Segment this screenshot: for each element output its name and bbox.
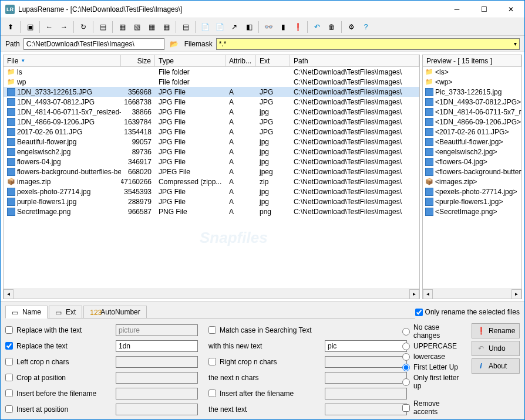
next-n-input[interactable]: [325, 372, 407, 384]
settings-icon[interactable]: ⚙: [345, 21, 358, 33]
left-crop-checkbox[interactable]: Left crop n chars: [5, 358, 111, 366]
preview-item[interactable]: <SecretImage.png>: [423, 206, 521, 216]
preview-item[interactable]: <purple-flowers1.jpg>: [423, 197, 521, 206]
insert-at-checkbox[interactable]: Insert at position: [5, 405, 111, 414]
rename-button[interactable]: ❗Rename: [472, 323, 520, 338]
table-row[interactable]: SecretImage.png966587PNG FileApngC:\NetD…: [4, 206, 419, 216]
refresh-icon[interactable]: ↻: [77, 21, 90, 33]
preview-hscrollbar[interactable]: ◄ ►: [423, 289, 521, 299]
filemask-select[interactable]: *.*: [216, 38, 520, 50]
minimize-button[interactable]: ─: [443, 1, 470, 18]
col-type[interactable]: Type: [155, 55, 226, 66]
right-crop-checkbox[interactable]: Right crop n chars: [208, 358, 320, 366]
maximize-button[interactable]: ☐: [470, 1, 497, 18]
table-row[interactable]: wpFile folderC:\NetDownload\TestFiles\Im…: [4, 77, 419, 87]
tab-ext[interactable]: ▭Ext: [49, 306, 82, 318]
preview-item[interactable]: <Beautiful-flower.jpg>: [423, 137, 521, 147]
path-input[interactable]: [23, 38, 164, 50]
table-row[interactable]: pexels-photo-27714.jpg3545393JPG FileAjp…: [4, 187, 419, 197]
tab-autonumber[interactable]: 123AutoNumber: [83, 306, 146, 318]
col-file[interactable]: File▼: [4, 55, 121, 66]
preview-item[interactable]: <flowers-04.jpg>: [423, 157, 521, 167]
table-row[interactable]: flowers-background-butterflies-beau...66…: [4, 167, 419, 177]
insert-before-checkbox[interactable]: Insert before the filename: [5, 389, 111, 398]
preview-item[interactable]: <ls>: [423, 67, 521, 77]
close-button[interactable]: ✕: [497, 1, 524, 18]
preview-header[interactable]: Preview - [ 15 items ]: [423, 55, 521, 67]
col-attrib[interactable]: Attrib...: [226, 55, 256, 66]
table-row[interactable]: 1DN_4814-06-0711-5x7_resized-1.j...38866…: [4, 107, 419, 117]
col-path[interactable]: Path: [290, 55, 419, 66]
select-all-icon[interactable]: ▦: [116, 21, 129, 33]
glasses-icon[interactable]: 👓: [262, 21, 275, 33]
insert-at-input[interactable]: [116, 404, 198, 415]
doc1-icon[interactable]: 📄: [198, 21, 211, 33]
replace-with-checkbox[interactable]: Replace with the text: [5, 326, 111, 334]
table-row[interactable]: 2017-02-26 011.JPG1354418JPG FileAJPGC:\…: [4, 127, 419, 137]
tool-icon[interactable]: ▤: [96, 21, 109, 33]
lowercase-radio[interactable]: lowercase: [402, 353, 465, 361]
next-text-input[interactable]: [325, 404, 407, 415]
only-selected-checkbox[interactable]: Only rename the selected files: [415, 308, 520, 316]
scroll-left-icon[interactable]: ◄: [4, 289, 14, 299]
preview-item[interactable]: Pic_3733-122615.jpg: [423, 87, 521, 97]
crop-at-input[interactable]: [116, 372, 198, 384]
help-icon[interactable]: ?: [359, 21, 372, 33]
grid1-icon[interactable]: ▦: [145, 21, 158, 33]
hscrollbar[interactable]: ◄ ►: [4, 289, 419, 299]
insert-after-input[interactable]: [325, 388, 407, 399]
table-row[interactable]: purple-flowers1.jpg288979JPG FileAjpgC:\…: [4, 197, 419, 206]
right-crop-input[interactable]: [325, 356, 407, 368]
preview-item[interactable]: <1DN_4814-06-0711-5x7_resized-1.: [423, 107, 521, 117]
preview-item[interactable]: <1DN_4866-09-1206.JPG>: [423, 117, 521, 127]
match-case-checkbox[interactable]: Match case in Searching Text: [208, 326, 320, 334]
select-none-icon[interactable]: ▧: [130, 21, 143, 33]
preview-item[interactable]: <1DN_4493-07-0812.JPG>: [423, 97, 521, 107]
with-new-input[interactable]: [325, 340, 407, 352]
only-first-radio[interactable]: Only first letter up: [402, 374, 465, 390]
insert-after-checkbox[interactable]: Insert after the filename: [208, 389, 320, 398]
replace-the-checkbox[interactable]: Replace the text: [5, 342, 111, 350]
forward-icon[interactable]: →: [58, 21, 70, 33]
export-icon[interactable]: ↗: [228, 21, 241, 33]
back-icon[interactable]: ←: [43, 21, 56, 33]
props-icon[interactable]: ▤: [179, 21, 192, 33]
window-icon[interactable]: ▣: [23, 21, 36, 33]
left-crop-input[interactable]: [116, 356, 198, 368]
scroll-right-icon[interactable]: ►: [409, 289, 419, 299]
crop-at-checkbox[interactable]: Crop at position: [5, 374, 111, 382]
col-size[interactable]: Size: [121, 55, 155, 66]
grid2-icon[interactable]: ▦: [160, 21, 173, 33]
preview-scroll-right-icon[interactable]: ►: [511, 289, 521, 299]
preview-item[interactable]: <pexels-photo-27714.jpg>: [423, 187, 521, 197]
preview-item[interactable]: <flowers-background-butterflies-bea.: [423, 167, 521, 177]
up-icon[interactable]: ⬆: [4, 21, 17, 33]
undo-icon[interactable]: ↶: [311, 21, 324, 33]
insert-before-input[interactable]: [116, 388, 198, 399]
replace-the-input[interactable]: [116, 340, 198, 352]
first-letter-up-radio[interactable]: First Letter Up: [402, 363, 465, 371]
uppercase-radio[interactable]: UPPERCASE: [402, 342, 465, 350]
doc2-icon[interactable]: 📄: [213, 21, 226, 33]
preview-item[interactable]: <engelswisch2.jpg>: [423, 147, 521, 157]
tab-name[interactable]: ▭Name: [5, 306, 48, 319]
table-row[interactable]: Beautiful-flower.jpg99057JPG FileAjpgC:\…: [4, 137, 419, 147]
table-row[interactable]: 1DN_4493-07-0812.JPG1668738JPG FileAJPGC…: [4, 97, 419, 107]
browse-folder-icon[interactable]: 📂: [168, 38, 181, 50]
remove-accents-checkbox[interactable]: Remove accents: [402, 399, 465, 416]
about-button[interactable]: iAbout: [472, 358, 520, 374]
col-ext[interactable]: Ext: [256, 55, 290, 66]
table-row[interactable]: 1DN_4866-09-1206.JPG1639784JPG FileAJPGC…: [4, 117, 419, 127]
color-icon[interactable]: ◧: [243, 21, 255, 33]
table-row[interactable]: images.zip47160266Compressed (zipp...Azi…: [4, 177, 419, 187]
delete-icon[interactable]: 🗑: [325, 21, 338, 33]
preview-item[interactable]: <images.zip>: [423, 177, 521, 187]
preview-item[interactable]: <2017-02-26 011.JPG>: [423, 127, 521, 137]
no-case-radio[interactable]: No case changes: [402, 323, 465, 340]
table-row[interactable]: lsFile folderC:\NetDownload\TestFiles\Im…: [4, 67, 419, 77]
exclaim-icon[interactable]: ❗: [291, 21, 304, 33]
undo-button[interactable]: ↶Undo: [472, 341, 520, 356]
table-row[interactable]: engelswisch2.jpg89736JPG FileAjpgC:\NetD…: [4, 147, 419, 157]
table-row[interactable]: flowers-04.jpg346917JPG FileAjpgC:\NetDo…: [4, 157, 419, 167]
preview-scroll-left-icon[interactable]: ◄: [423, 289, 433, 299]
